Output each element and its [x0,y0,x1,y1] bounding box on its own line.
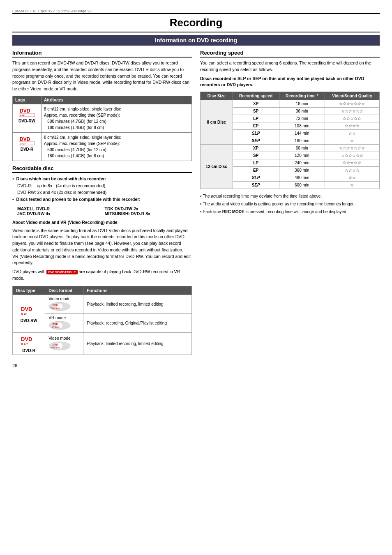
time-lp-12: 240 min [279,159,325,167]
rw-compatible-badge: RW COMPATIBLE [46,270,77,274]
table-row: DVD R 4.7 DVD-R Video mode DVD [13,332,192,355]
page-number: 26 [12,363,380,368]
mode-lp-8: LP [233,115,279,122]
bullet-bold: Discs which can be used with this record… [16,176,106,181]
main-title: Recording [12,13,380,32]
stars-lp-12: ☆☆☆☆☆ [325,159,379,167]
note-2: The audio and video quality is getting p… [200,201,380,207]
info-title: Information [12,50,192,58]
table-row: DVD R W DVD-RW 8 cm/12 cm, single-sided,… [13,104,192,132]
disc-format-vr: VR mode DVD VR Mode [45,313,83,332]
logo-table-header-attrs: Attributes [42,96,192,104]
time-xp-8: 18 min [279,100,325,108]
time-sep-12: 600 min [279,182,325,189]
bullet-bold: Discs tested and proven to be compatible… [16,197,141,202]
mode-ep-8: EP [233,122,279,130]
speed-warning: Discs recorded in SLP or SEP on this uni… [200,76,380,89]
dvdrw-logo: DVD R W [15,106,39,119]
mode-sep-12: SEP [233,182,279,189]
video-mode-badge: DVD Video Mode [48,302,80,312]
dvdrw-type-label: DVD-RW [16,318,42,323]
svg-text:R 4.7: R 4.7 [21,343,28,345]
table-row: 8 cm Disc XP 18 min ☆☆☆☆☆☆☆ [201,100,380,108]
logo-table: Logo Attributes DVD R W DVD-RW [12,96,192,161]
mode-xp-8: XP [233,100,279,108]
svg-text:Video Mode: Video Mode [51,307,60,309]
dvdrw-label: DVD-RW [15,119,39,123]
note-1: The actual recording time may deviate fr… [200,193,380,199]
dvdrw-attrs: 8 cm/12 cm, single-sided, single layer d… [42,104,192,132]
table-row: 12 cm Disc XP 60 min ☆☆☆☆☆☆☆ [201,145,380,152]
stars-slp-12: ☆☆ [325,174,379,182]
time-xp-12: 60 min [279,145,325,152]
notes-list: The actual recording time may deviate fr… [200,193,380,215]
svg-text:VR Mode: VR Mode [52,326,60,328]
time-slp-12: 480 min [279,174,325,182]
dvdrw-logo-cell: DVD R W DVD-RW [13,104,42,132]
note-3: Each time REC MODE is pressed, recording… [200,209,380,215]
time-sp-8: 36 min [279,108,325,115]
speed-intro: You can select a recording speed among 6… [200,60,380,73]
dvdr-label: DVD-R [15,147,39,152]
disc-format-video-dvdr: Video mode DVD Video Mode [45,332,83,355]
vr-mode-badge: DVD VR Mode [48,321,80,331]
format-video-label-dvdr: Video mode [48,336,80,341]
info-text: This unit can record on DVD-RW and DVD-R… [12,60,192,92]
svg-text:DVD: DVD [20,136,30,142]
section-title: Information on DVD recording [12,35,380,46]
time-sep-8: 180 min [279,137,325,145]
speed-table-header-size: Disc Size [201,92,233,100]
disc-functions-1: Playback, limited recording, limited edi… [83,295,192,313]
svg-text:R 4.7: R 4.7 [20,143,26,145]
svg-text:DVD: DVD [21,306,32,312]
svg-text:R W: R W [21,313,27,315]
svg-text:DVD: DVD [53,304,58,306]
dvdr-logo-cell: DVD R 4.7 DVD-R [13,132,42,161]
time-ep-12: 360 min [279,167,325,174]
time-lp-8: 72 min [279,115,325,122]
svg-text:DVD: DVD [53,343,58,346]
stars-sp-12: ☆☆☆☆☆☆ [325,152,379,159]
vmode-text: Video mode is the same recording format … [12,228,192,267]
rw-text: DVD players with RW COMPATIBLE are capab… [12,269,192,282]
stars-ep-8: ☆☆☆☆ [325,122,379,130]
stars-ep-12: ☆☆☆☆ [325,167,379,174]
stars-lp-8: ☆☆☆☆☆ [325,115,379,122]
recordable-disc-title: Recordable disc [12,165,192,173]
stars-sep-8: ☆ [325,137,379,145]
disc-size-8cm: 8 cm Disc [201,100,233,145]
dvdr-logo: DVD R 4.7 [15,134,39,147]
svg-text:Video Mode: Video Mode [51,347,60,349]
time-sp-12: 120 min [279,152,325,159]
bullet-line: DVD-R: up to 8x (4x disc is recommended) [17,182,192,189]
mode-slp-12: SLP [233,174,279,182]
stars-xp-12: ☆☆☆☆☆☆☆ [325,145,379,152]
svg-text:DVD: DVD [21,336,32,342]
svg-text:DVD: DVD [53,323,58,325]
table-row: DVD R 4.7 DVD-R 8 cm/12 cm, single-sided… [13,132,192,161]
mode-ep-12: EP [233,167,279,174]
mode-lp-12: LP [233,159,279,167]
disc-type-dvdr: DVD R 4.7 DVD-R [13,332,45,355]
format-video-label: Video mode [48,297,80,301]
speed-table: Disc Size Recording speed Recording time… [200,92,380,189]
video-mode-badge-dvdr: DVD Video Mode [48,341,80,351]
speed-table-header-quality: Video/Sound Quality [325,92,379,100]
svg-text:DVD: DVD [20,108,30,114]
brand-3: JVC DVD-RW 4x [17,211,105,216]
stars-slp-8: ☆☆ [325,130,379,137]
format-vr-label: VR mode [48,315,80,320]
disc-functions-2: Playback, recording, Original/Playlist e… [83,313,192,332]
dvdrw-disc-logo: DVD R W [16,304,42,318]
disc-functions-3: Playback, limited recording, limited edi… [83,332,192,355]
svg-text:R W: R W [20,114,25,117]
left-column: Information This unit can record on DVD-… [12,50,192,355]
mode-sp-12: SP [233,152,279,159]
bullet-item: Discs which can be used with this record… [12,175,192,196]
compat-brands: MAXELL DVD-R TDK DVD-RW 2x JVC DVD-RW 4x… [17,206,192,216]
stars-sp-8: ☆☆☆☆☆☆ [325,108,379,115]
recordable-bullets: Discs which can be used with this record… [12,175,192,203]
time-slp-8: 144 min [279,130,325,137]
mode-sp-8: SP [233,108,279,115]
brand-2: TDK DVD-RW 2x [105,206,192,211]
